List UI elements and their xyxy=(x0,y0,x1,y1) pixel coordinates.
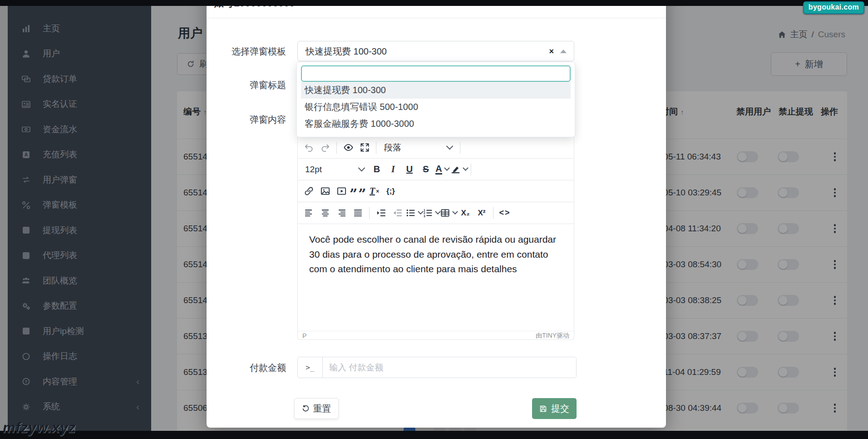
reset-label: 重置 xyxy=(313,403,331,415)
submit-label: 提交 xyxy=(551,403,569,415)
subscript-button[interactable]: X₂ xyxy=(457,205,473,221)
preview-button[interactable] xyxy=(340,140,356,156)
template-dropdown-panel: 快速提现费 100-300 银行信息填写错误 500-1000 客服金融服务费 … xyxy=(296,62,575,137)
popup-title-label: 弹窗标题 xyxy=(213,79,286,91)
paragraph-format-dropdown[interactable]: 段落 xyxy=(380,140,457,156)
text-color-button[interactable]: A xyxy=(434,161,450,178)
chevron-down-icon xyxy=(446,143,454,150)
reset-icon xyxy=(302,405,310,413)
template-select-value: 快速提现费 100-300 xyxy=(306,45,387,57)
editor-content[interactable]: Você pode escolher o canal de revisão rá… xyxy=(298,224,574,331)
clear-icon[interactable]: × xyxy=(549,46,554,56)
template-option[interactable]: 快速提现费 100-300 xyxy=(301,82,571,99)
redo-button[interactable] xyxy=(317,140,333,156)
template-option[interactable]: 客服金融服务费 1000-3000 xyxy=(301,115,571,132)
insert-media-button[interactable] xyxy=(333,183,350,200)
screen: 主页 用户 贷款订单 实名认证 资金流水 A 充值列表 xyxy=(0,0,868,439)
chevron-up-icon[interactable] xyxy=(560,50,567,53)
amount-field: >_ xyxy=(297,357,577,378)
template-option[interactable]: 银行信息填写错误 500-1000 xyxy=(301,99,571,115)
bold-button[interactable]: B xyxy=(369,161,385,178)
align-left-button[interactable] xyxy=(301,205,317,221)
svg-text:3: 3 xyxy=(424,215,425,218)
watermark: mfzyw.xyz xyxy=(3,420,76,436)
clear-formatting-button[interactable]: T× xyxy=(366,183,383,200)
insert-link-button[interactable] xyxy=(301,183,317,200)
submit-button[interactable]: 提交 xyxy=(532,398,577,419)
toolbar-row-4: 123 X₂ X² <> xyxy=(298,202,574,224)
bottom-black-bar xyxy=(0,431,868,439)
superscript-button[interactable]: X² xyxy=(473,205,490,221)
align-center-button[interactable] xyxy=(317,205,333,221)
font-size-value: 12pt xyxy=(305,165,322,175)
align-justify-button[interactable] xyxy=(350,205,366,221)
chevron-down-icon xyxy=(358,165,365,172)
underline-button[interactable]: U xyxy=(401,161,418,178)
terminal-prompt-icon: >_ xyxy=(298,357,323,378)
code-sample-button[interactable]: {;} xyxy=(383,183,399,200)
popup-content-label: 弹窗内容 xyxy=(213,114,286,126)
blockquote-button[interactable]: ”” xyxy=(350,183,366,200)
chevron-down-icon xyxy=(444,165,450,171)
editor-status-bar: P 由TINY驱动 xyxy=(298,331,574,340)
toolbar-row-1: 段落 xyxy=(298,137,574,159)
italic-button[interactable]: I xyxy=(385,161,401,178)
indent-button[interactable] xyxy=(373,205,389,221)
fullscreen-button[interactable] xyxy=(356,140,373,156)
align-right-button[interactable] xyxy=(333,205,350,221)
chevron-down-icon xyxy=(463,165,469,171)
template-select-label: 选择弹窗模板 xyxy=(213,45,286,58)
undo-button[interactable] xyxy=(301,140,317,156)
bullet-list-button[interactable] xyxy=(405,205,423,221)
toolbar-row-2: 12pt B I U S A xyxy=(298,159,574,180)
numbered-list-button[interactable]: 123 xyxy=(423,205,440,221)
table-button[interactable] xyxy=(440,205,457,221)
outdent-button[interactable] xyxy=(389,205,405,221)
highlight-color-button[interactable] xyxy=(450,161,468,178)
insert-image-button[interactable] xyxy=(317,183,333,200)
font-size-dropdown[interactable]: 12pt xyxy=(301,161,369,178)
paragraph-format-value: 段落 xyxy=(384,142,401,154)
strikethrough-button[interactable]: S xyxy=(418,161,434,178)
save-icon xyxy=(539,405,547,413)
amount-input[interactable] xyxy=(323,357,576,378)
site-badge: bygoukai.com xyxy=(803,1,864,14)
user-popup-modal: 账号10000000000 选择弹窗模板 弹窗标题 弹窗内容 付款金额 快速提现… xyxy=(207,0,666,428)
source-code-button[interactable]: <> xyxy=(497,205,513,221)
template-select[interactable]: 快速提现费 100-300 × xyxy=(297,41,574,61)
reset-button[interactable]: 重置 xyxy=(294,398,339,419)
rich-text-editor: 段落 12pt B I U S A ”” T× xyxy=(297,136,574,340)
toolbar-row-3: ”” T× {;} xyxy=(298,180,574,202)
top-black-bar xyxy=(0,0,868,6)
amount-label: 付款金额 xyxy=(213,362,286,374)
element-path[interactable]: P xyxy=(302,332,306,339)
tiny-branding: 由TINY驱动 xyxy=(536,332,569,340)
template-search-input[interactable] xyxy=(301,65,571,82)
